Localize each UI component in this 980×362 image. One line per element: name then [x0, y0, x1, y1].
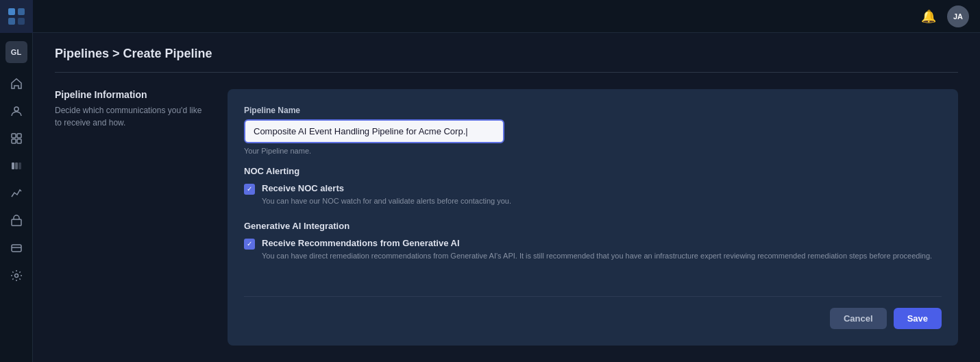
svg-rect-9	[12, 162, 14, 169]
sidebar-item-grid[interactable]	[4, 126, 29, 151]
svg-rect-2	[8, 18, 15, 25]
pipeline-name-hint: Your Pipeline name.	[244, 147, 942, 155]
section-subtitle: Decide which communications you'd like t…	[55, 104, 206, 129]
noc-checkbox-group: ✓ Receive NOC alerts You can have our NO…	[244, 183, 942, 207]
svg-rect-1	[18, 8, 25, 15]
noc-section-label: NOC Alerting	[244, 166, 942, 176]
page-header: Pipelines > Create Pipeline	[33, 33, 980, 73]
ai-check-icon: ✓	[247, 241, 252, 248]
logo-area	[0, 0, 33, 33]
app-logo	[7, 7, 26, 26]
svg-rect-12	[12, 219, 21, 226]
top-bar-left	[0, 0, 33, 33]
noc-checkbox-label: Receive NOC alerts	[262, 183, 511, 193]
noc-checkbox-row: ✓ Receive NOC alerts You can have our NO…	[244, 183, 942, 207]
sidebar-item-columns[interactable]	[4, 154, 29, 178]
pipeline-name-label: Pipeline Name	[244, 106, 942, 115]
page-body: Pipeline Information Decide which commun…	[33, 73, 980, 362]
svg-rect-10	[15, 162, 18, 169]
sidebar-user-badge[interactable]: GL	[5, 41, 27, 63]
svg-rect-13	[12, 245, 21, 252]
cancel-button[interactable]: Cancel	[830, 308, 887, 329]
sidebar-item-home[interactable]	[4, 71, 29, 96]
content-area: Pipelines > Create Pipeline Pipeline Inf…	[33, 33, 980, 362]
ai-checkbox-group: ✓ Receive Recommendations from Generativ…	[244, 238, 942, 262]
noc-checkbox-content: Receive NOC alerts You can have our NOC …	[262, 183, 511, 207]
sidebar-item-settings[interactable]	[4, 263, 29, 288]
sidebar: GL	[0, 33, 33, 362]
ai-section-label: Generative AI Integration	[244, 221, 942, 231]
ai-checkbox-content: Receive Recommendations from Generative …	[262, 238, 932, 262]
user-avatar[interactable]: JA	[947, 5, 969, 27]
ai-checkbox-desc: You can have direct remediation recommen…	[262, 250, 932, 262]
ai-checkbox-row: ✓ Receive Recommendations from Generativ…	[244, 238, 942, 262]
noc-checkbox[interactable]: ✓	[244, 184, 255, 195]
top-bar-right: 🔔 JA	[921, 5, 969, 27]
left-panel: Pipeline Information Decide which commun…	[55, 89, 206, 346]
noc-checkbox-desc: You can have our NOC watch for and valid…	[262, 195, 511, 207]
save-button[interactable]: Save	[894, 308, 942, 329]
top-bar: 🔔 JA	[0, 0, 980, 33]
ai-checkbox[interactable]: ✓	[244, 239, 255, 250]
svg-rect-5	[12, 134, 16, 138]
svg-rect-6	[17, 134, 21, 138]
pipeline-name-input[interactable]	[244, 119, 504, 143]
svg-rect-7	[12, 139, 16, 143]
svg-point-4	[14, 107, 19, 111]
main-layout: GL	[0, 33, 980, 362]
noc-check-icon: ✓	[247, 186, 252, 193]
svg-rect-11	[19, 162, 21, 169]
notification-icon[interactable]: 🔔	[921, 9, 936, 24]
svg-rect-0	[8, 8, 15, 15]
form-footer: Cancel Save	[244, 296, 942, 329]
sidebar-item-billing[interactable]	[4, 236, 29, 261]
sidebar-item-users[interactable]	[4, 99, 29, 123]
svg-rect-3	[18, 18, 25, 25]
svg-point-15	[14, 274, 18, 278]
section-title: Pipeline Information	[55, 89, 206, 100]
breadcrumb: Pipelines > Create Pipeline	[55, 47, 958, 61]
sidebar-item-analytics[interactable]	[4, 181, 29, 206]
svg-rect-8	[17, 139, 21, 143]
ai-checkbox-label: Receive Recommendations from Generative …	[262, 238, 932, 248]
sidebar-item-inventory[interactable]	[4, 208, 29, 233]
form-card: Pipeline Name Your Pipeline name. NOC Al…	[228, 89, 958, 346]
